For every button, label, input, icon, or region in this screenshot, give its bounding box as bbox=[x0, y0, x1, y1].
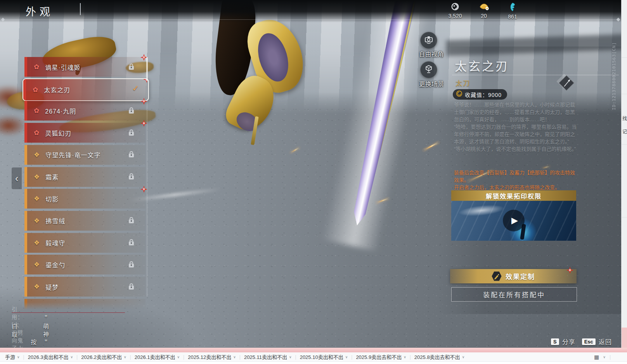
bookmark-folder[interactable]: 2025.11卖出和不出∨ bbox=[241, 353, 295, 361]
chat-self-note: 自取 bbox=[12, 322, 17, 338]
bookmark-folder[interactable]: 手游∨ bbox=[2, 353, 23, 361]
skin-list-item[interactable]: ❖拂雪绒 bbox=[24, 211, 145, 231]
quality-accent-bar bbox=[24, 101, 27, 121]
skin-name: 太玄之刃 bbox=[44, 85, 70, 94]
weapon-type-label: 太刀 bbox=[456, 78, 470, 88]
bookmark-folder[interactable]: 2026.1卖出和不出∨ bbox=[131, 353, 183, 361]
effect-customize-button[interactable]: 效果定制 + bbox=[450, 269, 577, 283]
skin-list-item[interactable]: ✿灵狐幻刃+ bbox=[24, 123, 145, 143]
lock-icon bbox=[129, 264, 134, 267]
strip-text-fragment: 找 bbox=[622, 115, 627, 121]
quality-accent-bar bbox=[24, 189, 27, 209]
chat-quote-underline bbox=[12, 312, 125, 313]
skin-list-item[interactable]: ✿谪星·引魂姬+ bbox=[24, 57, 145, 77]
currency-silver[interactable]: 3,520 bbox=[445, 2, 466, 20]
effect-preview-video[interactable]: ▶ bbox=[451, 201, 576, 241]
free-camera-button[interactable] bbox=[420, 32, 437, 49]
list-scrollbar-thumb[interactable] bbox=[146, 57, 148, 81]
chevron-down-icon[interactable]: ∨ bbox=[603, 355, 606, 359]
quality-icon: ❖ bbox=[34, 283, 40, 290]
skin-list-item[interactable]: ❖毅魂守 bbox=[24, 233, 145, 253]
lock-icon bbox=[129, 132, 134, 136]
collection-value-text: 收藏值：9000 bbox=[465, 91, 502, 98]
currency-value: 3,520 bbox=[448, 13, 462, 19]
collapse-list-button[interactable]: ‹ bbox=[12, 167, 22, 189]
change-scene-button[interactable] bbox=[420, 61, 437, 78]
bookmark-folder[interactable]: 2025.9卖出去和不出∨ bbox=[352, 353, 409, 361]
detail-divider bbox=[452, 75, 619, 75]
bookmarks-grid-icon[interactable]: ▦ bbox=[594, 354, 599, 360]
skin-list-item[interactable]: ✿2674·九阴+ bbox=[24, 101, 145, 121]
change-scene-label: 更换场景 bbox=[419, 79, 444, 88]
quality-icon: ❖ bbox=[34, 195, 40, 202]
skin-name: 疑梦 bbox=[45, 282, 59, 292]
quality-icon: ✿ bbox=[34, 107, 39, 114]
chevron-down-icon: ∨ bbox=[71, 355, 73, 359]
chevron-down-icon: ∨ bbox=[17, 355, 20, 359]
bookmark-folder[interactable]: 2025.8卖出去和不出∨ bbox=[411, 353, 468, 361]
quality-accent-bar bbox=[24, 233, 27, 253]
lock-icon bbox=[129, 286, 134, 290]
quality-icon: ✿ bbox=[34, 129, 39, 136]
quality-icon: ✿ bbox=[33, 86, 38, 93]
row-body: ✿谪星·引魂姬 bbox=[24, 57, 145, 77]
chevron-down-icon: ∨ bbox=[462, 355, 465, 359]
bookmark-folder[interactable]: 2026.3卖出和不出∨ bbox=[24, 353, 76, 361]
currency-gold-ingot[interactable]: 20 bbox=[473, 2, 494, 20]
skin-list-item[interactable]: ❖疑梦 bbox=[24, 277, 145, 297]
esc-keycap: Esc bbox=[582, 338, 596, 345]
bookmarks-right-controls: ▦ ∨ | bbox=[594, 352, 611, 362]
quality-accent-bar bbox=[24, 57, 27, 77]
strip-pink-section bbox=[622, 328, 627, 348]
quality-icon: ❖ bbox=[34, 240, 40, 246]
camera-icon bbox=[424, 35, 434, 46]
page-pink-band bbox=[0, 348, 627, 352]
strip-divider bbox=[622, 144, 627, 145]
bookmark-label: 2025.9卖出去和不出 bbox=[356, 353, 402, 361]
skin-list-item[interactable]: ✿太玄之刃✓+ bbox=[23, 78, 149, 101]
equip-status-box: 装配在所有搭配中 bbox=[451, 287, 577, 302]
list-scrollbar-track[interactable] bbox=[147, 57, 147, 297]
skin-list-item[interactable]: ❖切影+ bbox=[24, 189, 145, 209]
unlock-banner-label: 解锁效果拓印权限 bbox=[486, 191, 542, 200]
bookmark-label: 2025.12卖出和不出 bbox=[188, 353, 231, 361]
skin-list-item[interactable]: ❖守望先锋·竜一文字 bbox=[24, 145, 145, 165]
chevron-down-icon: ∨ bbox=[233, 355, 236, 359]
currency-value: 20 bbox=[481, 13, 487, 19]
bookmark-label: 2025.8卖出去和不出 bbox=[414, 353, 460, 361]
play-button[interactable]: ▶ bbox=[503, 210, 525, 231]
skin-list-item[interactable]: ❖霜素 bbox=[24, 167, 145, 187]
row-body: ❖拂雪绒 bbox=[24, 211, 145, 231]
lock-icon bbox=[129, 154, 134, 157]
lock-icon bbox=[129, 219, 134, 223]
effect-notes-text: 装备后会改变【百裂斩】及蓄力【绝那斩】的攻击特效效果。 开启者之力后，太玄之刃的… bbox=[454, 169, 579, 191]
top-bar: 外观 3,520 20 861 bbox=[0, 0, 621, 22]
quality-icon: ❖ bbox=[34, 152, 40, 158]
skin-list-item[interactable]: ❖鎏金勺 bbox=[24, 255, 145, 274]
separator-diamond bbox=[1, 18, 5, 22]
bookmark-folder[interactable]: 2025.10卖出和不出∨ bbox=[296, 353, 352, 361]
bookmark-folder[interactable]: 2026.2卖出和不出∨ bbox=[78, 353, 130, 361]
equip-status-text: 装配在所有搭配中 bbox=[483, 290, 545, 299]
bottom-white-strip bbox=[0, 362, 627, 364]
skin-name: 拂雪绒 bbox=[45, 216, 65, 225]
skin-name: 切影 bbox=[45, 194, 59, 204]
free-camera-label: 自由视角 bbox=[419, 50, 444, 58]
row-body bbox=[24, 299, 145, 310]
chevron-down-icon: ∨ bbox=[345, 355, 348, 359]
row-body: ❖疑梦 bbox=[24, 277, 145, 297]
quality-accent-bar bbox=[24, 277, 27, 297]
share-hint: S 分享 bbox=[551, 337, 575, 346]
bookmark-folder[interactable]: 2025.12卖出和不出∨ bbox=[184, 353, 239, 361]
key-hints: S 分享 Esc 返回 bbox=[551, 337, 612, 346]
katana-icon bbox=[562, 78, 571, 88]
skin-name: 霜素 bbox=[45, 172, 59, 181]
unlock-effect-banner[interactable]: 解锁效果拓印权限 bbox=[451, 190, 576, 201]
weapon-toggle-button[interactable] bbox=[561, 78, 572, 88]
currency-jade[interactable]: 861 bbox=[502, 2, 523, 20]
skin-detail-title: 太玄之刃 bbox=[455, 57, 509, 74]
currency-bar: 3,520 20 861 bbox=[445, 2, 523, 20]
skin-name: 鎏金勺 bbox=[45, 260, 65, 269]
chevron-down-icon: ∨ bbox=[177, 355, 180, 359]
skin-list-item-partial[interactable] bbox=[24, 299, 145, 310]
